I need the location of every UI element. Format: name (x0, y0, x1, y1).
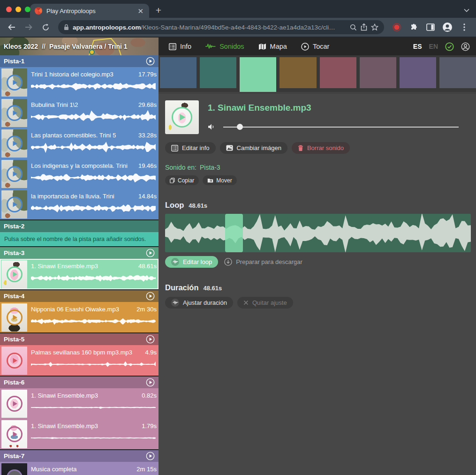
track-name[interactable]: Pista-1 (4, 58, 146, 65)
tab-search-chevron-icon[interactable] (464, 6, 469, 14)
color-swatch[interactable] (360, 57, 396, 88)
change-image-button[interactable]: Cambiar imágen (220, 142, 287, 154)
track-name[interactable]: Pista-6 (4, 379, 146, 386)
play-icon (7, 196, 23, 212)
color-swatch[interactable] (280, 57, 316, 88)
sound-item[interactable]: 1. Sinawi Ensemble.mp31.79s (0, 419, 159, 449)
sound-item-top: Musica completa2m 15s (31, 466, 157, 473)
sound-thumbnail (1, 129, 27, 158)
track-header[interactable]: Pista-7 (0, 450, 159, 462)
check-circle-icon[interactable] (445, 42, 454, 51)
track-header[interactable]: Pista-1 (0, 55, 159, 67)
window-minimize-button[interactable] (15, 7, 21, 12)
color-swatch[interactable] (240, 57, 276, 92)
track-header[interactable]: Pista-3 (0, 247, 159, 259)
edit-info-button[interactable]: Editar info (165, 142, 216, 154)
remove-adjust-button[interactable]: Quitar ajuste (237, 297, 293, 309)
sound-item[interactable]: Trini 1 historia del colegio.mp317.79s (0, 67, 159, 98)
share-icon[interactable] (361, 23, 367, 31)
reload-button[interactable] (38, 20, 53, 34)
sound-item[interactable]: 1. Sinawi Ensemble.mp348.61s (0, 259, 159, 289)
window-zoom-button[interactable] (25, 7, 30, 12)
back-button[interactable] (5, 20, 19, 34)
sound-name: Musica completa (31, 466, 77, 473)
loop-waveform[interactable] (165, 214, 471, 252)
sound-item-top: Nipponia 06 Esashi Oiwake.mp32m 30s (31, 306, 157, 313)
sound-item[interactable]: Las plantas comestibles. Trini 533.28s (0, 128, 159, 158)
track-header[interactable]: Pista-6 (0, 377, 159, 388)
delete-sound-button[interactable]: Borrar sonido (292, 142, 350, 154)
sound-item[interactable]: Nipponia 06 Esashi Oiwake.mp32m 30s (0, 302, 159, 332)
track-name[interactable]: Pista-7 (4, 452, 146, 460)
track-name[interactable]: Pista-5 (4, 336, 146, 343)
bookmark-star-icon[interactable] (371, 23, 378, 31)
track-play-button[interactable] (146, 335, 155, 344)
window-controls[interactable] (6, 7, 30, 12)
sound-item[interactable]: Musica completa2m 15s (0, 462, 159, 475)
tab-close-icon[interactable]: ✕ (136, 8, 144, 15)
antropoloops-favicon-icon (35, 7, 42, 15)
account-icon[interactable] (461, 42, 470, 51)
tab-mapa[interactable]: Mapa (258, 43, 287, 50)
prepare-download-button[interactable]: Preparar para descargar (222, 258, 304, 266)
browser-menu-kebab-icon[interactable] (457, 20, 471, 34)
lang-es[interactable]: ES (413, 43, 422, 50)
new-tab-button[interactable]: + (152, 4, 165, 17)
color-swatch[interactable] (160, 57, 196, 88)
sound-image[interactable] (165, 100, 199, 134)
track-header[interactable]: Pista-2 (0, 220, 159, 232)
play-icon[interactable] (172, 107, 192, 128)
track-play-button[interactable] (146, 378, 155, 387)
copy-button[interactable]: Copiar (165, 175, 199, 185)
tab-info-label: Info (180, 43, 191, 50)
zoom-page-icon[interactable] (350, 24, 357, 31)
sound-item[interactable]: la importancia de la lluvia. Trini14.84s (0, 189, 159, 219)
profile-avatar[interactable] (440, 20, 454, 34)
sound-in-track-link[interactable]: Pista-3 (200, 164, 220, 171)
extensions-puzzle-icon[interactable] (407, 20, 421, 34)
track-section: Pista-1Trini 1 historia del colegio.mp31… (0, 55, 159, 219)
tab-info[interactable]: Info (169, 43, 191, 50)
sound-name: Trini 1 historia del colegio.mp3 (31, 71, 113, 78)
tab-tocar[interactable]: Tocar (301, 43, 329, 51)
adjust-duration-button[interactable]: Ajustar duración (165, 297, 233, 309)
track-header[interactable]: Pista-5 (0, 333, 159, 345)
record-extension-icon[interactable] (390, 20, 404, 34)
track-name[interactable]: Pista-4 (4, 293, 146, 300)
lang-en[interactable]: EN (429, 43, 438, 50)
track-header[interactable]: Pista-4 (0, 290, 159, 302)
track-play-button[interactable] (146, 452, 155, 460)
sound-thumbnail (1, 68, 27, 97)
color-swatch[interactable] (320, 57, 356, 88)
map-thumbnail[interactable]: Kleos 2022 // Pasaje Valvanera / Trini 1 (0, 38, 159, 55)
breadcrumb-project[interactable]: Kleos 2022 (4, 43, 38, 50)
track-play-button[interactable] (146, 249, 155, 257)
forward-button[interactable] (22, 20, 36, 34)
move-button[interactable]: Mover (203, 175, 236, 185)
track-play-button[interactable] (146, 57, 155, 66)
side-panel-icon[interactable] (423, 20, 438, 34)
volume-slider-thumb[interactable] (237, 124, 243, 130)
window-close-button[interactable] (6, 7, 12, 12)
track-section: Pista-5Palmas sevillanas 160 bpm mp3.mp3… (0, 332, 159, 376)
loop-selection-band[interactable] (225, 214, 243, 252)
track-play-button[interactable] (146, 292, 155, 301)
browser-tab[interactable]: Play Antropoloops ✕ (30, 4, 149, 18)
sound-duration: 2m 15s (136, 466, 157, 473)
sound-item[interactable]: Los indigenas y la compostela. Trini19.4… (0, 158, 159, 189)
color-swatch[interactable] (400, 57, 436, 88)
volume-slider[interactable] (223, 124, 459, 130)
sound-item[interactable]: Palmas sevillanas 160 bpm mp3.mp34.9s (0, 345, 159, 376)
track-name[interactable]: Pista-3 (4, 249, 146, 256)
sound-item[interactable]: Bubulina Trini 1\229.68s (0, 98, 159, 128)
tab-sonidos[interactable]: Sonidos (205, 43, 244, 50)
breadcrumb-path[interactable]: Pasaje Valvanera / Trini 1 (49, 43, 128, 50)
color-swatch[interactable] (200, 57, 236, 88)
color-swatch[interactable] (439, 57, 476, 88)
url-bar[interactable]: app.antropoloops.com/Kleos-Santa-Marina/… (58, 20, 384, 34)
track-name[interactable]: Pista-2 (4, 223, 155, 230)
sound-item-info: Nipponia 06 Esashi Oiwake.mp32m 30s (31, 303, 157, 332)
sound-item[interactable]: 1. Sinawi Ensemble.mp30.82s (0, 388, 159, 419)
prepare-download-label: Preparar para descargar (236, 258, 302, 265)
edit-loop-button[interactable]: Editar loop (165, 256, 218, 268)
